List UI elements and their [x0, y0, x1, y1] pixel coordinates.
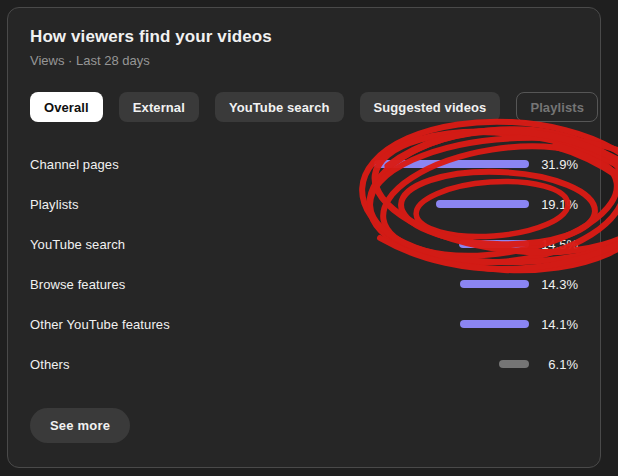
traffic-sources-card: How viewers find your videos Views · Las…	[7, 7, 601, 468]
bar	[436, 200, 529, 208]
bar-zone	[369, 240, 529, 248]
bar	[460, 280, 529, 288]
table-row: Others 6.1%	[30, 344, 578, 384]
page-title: How viewers find your videos	[30, 26, 578, 48]
row-percentage: 31.9%	[540, 157, 578, 172]
tab-overall[interactable]: Overall	[30, 92, 103, 122]
row-percentage: 14.5%	[540, 237, 578, 252]
bar-zone	[369, 280, 529, 288]
bar-zone	[369, 200, 529, 208]
row-percentage: 14.3%	[540, 277, 578, 292]
row-label: Channel pages	[30, 157, 369, 172]
row-label: Playlists	[30, 197, 369, 212]
row-label: Other YouTube features	[30, 317, 369, 332]
tab-youtube-search[interactable]: YouTube search	[215, 92, 344, 122]
bar	[374, 160, 529, 168]
row-percentage: 6.1%	[540, 357, 578, 372]
bar	[499, 360, 529, 368]
see-more-button[interactable]: See more	[30, 408, 130, 443]
table-row: Browse features 14.3%	[30, 264, 578, 304]
row-label: Others	[30, 357, 369, 372]
table-row: Other YouTube features 14.1%	[30, 304, 578, 344]
table-row: Channel pages 31.9%	[30, 144, 578, 184]
row-percentage: 19.1%	[540, 197, 578, 212]
tab-external[interactable]: External	[119, 92, 199, 122]
tab-playlists: Playlists	[516, 92, 598, 122]
tab-suggested-videos[interactable]: Suggested videos	[360, 92, 501, 122]
bar	[460, 320, 529, 328]
table-row: YouTube search 14.5%	[30, 224, 578, 264]
card-subtitle: Views · Last 28 days	[30, 53, 578, 68]
bar	[459, 240, 529, 248]
row-label: Browse features	[30, 277, 369, 292]
bar-zone	[369, 160, 529, 168]
traffic-source-list: Channel pages 31.9% Playlists 19.1% YouT…	[30, 144, 578, 384]
table-row: Playlists 19.1%	[30, 184, 578, 224]
traffic-source-tabs: Overall External YouTube search Suggeste…	[30, 92, 578, 122]
row-label: YouTube search	[30, 237, 369, 252]
row-percentage: 14.1%	[540, 317, 578, 332]
bar-zone	[369, 320, 529, 328]
bar-zone	[369, 360, 529, 368]
